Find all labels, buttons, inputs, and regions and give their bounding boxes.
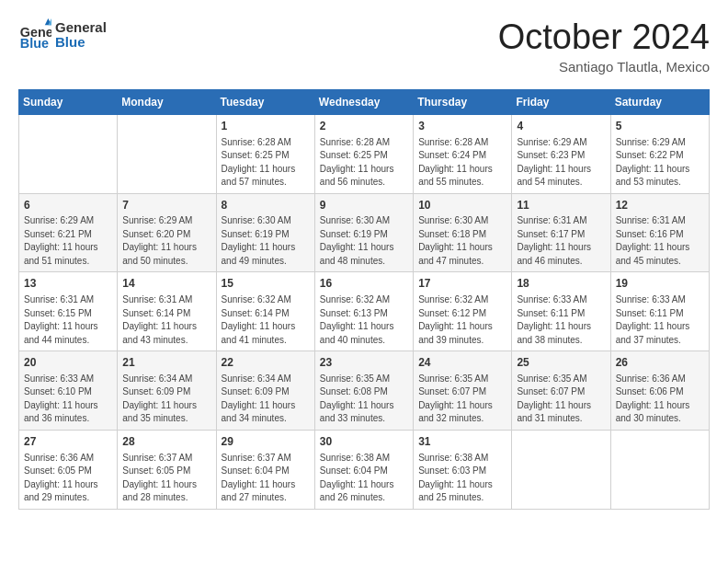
day-info: Sunrise: 6:31 AMSunset: 6:14 PMDaylight:… bbox=[122, 293, 210, 347]
day-number: 21 bbox=[122, 355, 210, 371]
calendar-cell: 17Sunrise: 6:32 AMSunset: 6:12 PMDayligh… bbox=[414, 272, 512, 351]
calendar-cell: 2Sunrise: 6:28 AMSunset: 6:25 PMDaylight… bbox=[314, 114, 413, 193]
calendar-week-row: 27Sunrise: 6:36 AMSunset: 6:05 PMDayligh… bbox=[19, 430, 710, 509]
day-number: 7 bbox=[122, 198, 210, 213]
day-number: 10 bbox=[418, 198, 506, 213]
calendar-cell: 9Sunrise: 6:30 AMSunset: 6:19 PMDaylight… bbox=[314, 193, 413, 272]
day-number: 17 bbox=[418, 276, 506, 292]
calendar-cell: 20Sunrise: 6:33 AMSunset: 6:10 PMDayligh… bbox=[19, 351, 118, 431]
day-info: Sunrise: 6:38 AMSunset: 6:03 PMDaylight:… bbox=[418, 452, 506, 505]
day-info: Sunrise: 6:37 AMSunset: 6:04 PMDaylight:… bbox=[222, 452, 310, 505]
day-info: Sunrise: 6:28 AMSunset: 6:24 PMDaylight:… bbox=[418, 136, 506, 190]
title-area: October 2024 Santiago Tlautla, Mexico bbox=[498, 18, 710, 75]
calendar-cell bbox=[118, 114, 216, 193]
day-info: Sunrise: 6:28 AMSunset: 6:25 PMDaylight:… bbox=[320, 136, 408, 190]
weekday-header-sunday: Sunday bbox=[19, 89, 118, 114]
day-number: 2 bbox=[320, 119, 408, 134]
day-number: 29 bbox=[222, 434, 310, 450]
weekday-header-friday: Friday bbox=[512, 89, 610, 114]
calendar-week-row: 20Sunrise: 6:33 AMSunset: 6:10 PMDayligh… bbox=[19, 351, 710, 431]
day-number: 12 bbox=[616, 198, 704, 213]
calendar-cell: 3Sunrise: 6:28 AMSunset: 6:24 PMDaylight… bbox=[414, 114, 512, 193]
calendar-header-row: SundayMondayTuesdayWednesdayThursdayFrid… bbox=[19, 89, 710, 114]
calendar-cell: 27Sunrise: 6:36 AMSunset: 6:05 PMDayligh… bbox=[19, 430, 118, 509]
calendar-cell: 11Sunrise: 6:31 AMSunset: 6:17 PMDayligh… bbox=[512, 193, 610, 272]
day-number: 16 bbox=[320, 276, 408, 292]
calendar-cell: 24Sunrise: 6:35 AMSunset: 6:07 PMDayligh… bbox=[414, 351, 512, 431]
day-number: 14 bbox=[122, 276, 210, 292]
calendar-cell: 12Sunrise: 6:31 AMSunset: 6:16 PMDayligh… bbox=[610, 193, 709, 272]
day-info: Sunrise: 6:36 AMSunset: 6:06 PMDaylight:… bbox=[616, 373, 704, 426]
calendar-cell: 23Sunrise: 6:35 AMSunset: 6:08 PMDayligh… bbox=[314, 351, 413, 431]
calendar-body: 1Sunrise: 6:28 AMSunset: 6:25 PMDaylight… bbox=[19, 114, 710, 509]
day-info: Sunrise: 6:30 AMSunset: 6:18 PMDaylight:… bbox=[418, 214, 506, 268]
logo: General Blue General Blue bbox=[18, 18, 107, 52]
day-number: 19 bbox=[616, 276, 704, 292]
calendar-cell bbox=[512, 430, 610, 509]
calendar-cell: 8Sunrise: 6:30 AMSunset: 6:19 PMDaylight… bbox=[216, 193, 314, 272]
day-info: Sunrise: 6:33 AMSunset: 6:11 PMDaylight:… bbox=[517, 293, 605, 347]
calendar-cell: 26Sunrise: 6:36 AMSunset: 6:06 PMDayligh… bbox=[610, 351, 709, 431]
calendar-cell: 22Sunrise: 6:34 AMSunset: 6:09 PMDayligh… bbox=[216, 351, 314, 431]
day-info: Sunrise: 6:36 AMSunset: 6:05 PMDaylight:… bbox=[24, 452, 112, 505]
day-info: Sunrise: 6:33 AMSunset: 6:10 PMDaylight:… bbox=[24, 373, 112, 426]
calendar-cell: 10Sunrise: 6:30 AMSunset: 6:18 PMDayligh… bbox=[414, 193, 512, 272]
calendar-cell: 16Sunrise: 6:32 AMSunset: 6:13 PMDayligh… bbox=[314, 272, 413, 351]
logo-blue: Blue bbox=[55, 35, 107, 51]
day-info: Sunrise: 6:28 AMSunset: 6:25 PMDaylight:… bbox=[222, 136, 310, 190]
day-number: 3 bbox=[418, 119, 506, 134]
calendar-cell: 5Sunrise: 6:29 AMSunset: 6:22 PMDaylight… bbox=[610, 114, 709, 193]
day-info: Sunrise: 6:33 AMSunset: 6:11 PMDaylight:… bbox=[616, 293, 704, 347]
calendar-cell: 14Sunrise: 6:31 AMSunset: 6:14 PMDayligh… bbox=[118, 272, 216, 351]
day-info: Sunrise: 6:29 AMSunset: 6:23 PMDaylight:… bbox=[517, 136, 605, 190]
day-info: Sunrise: 6:31 AMSunset: 6:16 PMDaylight:… bbox=[616, 214, 704, 268]
day-number: 24 bbox=[418, 355, 506, 371]
day-info: Sunrise: 6:35 AMSunset: 6:07 PMDaylight:… bbox=[517, 373, 605, 426]
day-info: Sunrise: 6:30 AMSunset: 6:19 PMDaylight:… bbox=[320, 214, 408, 268]
day-info: Sunrise: 6:29 AMSunset: 6:22 PMDaylight:… bbox=[616, 136, 704, 190]
weekday-header-thursday: Thursday bbox=[414, 89, 512, 114]
calendar-cell: 6Sunrise: 6:29 AMSunset: 6:21 PMDaylight… bbox=[19, 193, 118, 272]
day-info: Sunrise: 6:29 AMSunset: 6:21 PMDaylight:… bbox=[24, 214, 112, 268]
page-header: General Blue General Blue October 2024 S… bbox=[18, 18, 710, 75]
calendar-cell: 30Sunrise: 6:38 AMSunset: 6:04 PMDayligh… bbox=[314, 430, 413, 509]
day-info: Sunrise: 6:34 AMSunset: 6:09 PMDaylight:… bbox=[122, 373, 210, 426]
month-title: October 2024 bbox=[498, 18, 710, 57]
location-title: Santiago Tlautla, Mexico bbox=[498, 59, 710, 75]
calendar-cell: 13Sunrise: 6:31 AMSunset: 6:15 PMDayligh… bbox=[19, 272, 118, 351]
day-number: 18 bbox=[517, 276, 605, 292]
day-number: 30 bbox=[320, 434, 408, 450]
calendar-cell: 29Sunrise: 6:37 AMSunset: 6:04 PMDayligh… bbox=[216, 430, 314, 509]
day-number: 23 bbox=[320, 355, 408, 371]
weekday-header-saturday: Saturday bbox=[610, 89, 709, 114]
day-info: Sunrise: 6:32 AMSunset: 6:12 PMDaylight:… bbox=[418, 293, 506, 347]
calendar-cell: 18Sunrise: 6:33 AMSunset: 6:11 PMDayligh… bbox=[512, 272, 610, 351]
day-info: Sunrise: 6:38 AMSunset: 6:04 PMDaylight:… bbox=[320, 452, 408, 505]
calendar-table: SundayMondayTuesdayWednesdayThursdayFrid… bbox=[18, 89, 710, 510]
calendar-cell: 31Sunrise: 6:38 AMSunset: 6:03 PMDayligh… bbox=[414, 430, 512, 509]
day-info: Sunrise: 6:32 AMSunset: 6:13 PMDaylight:… bbox=[320, 293, 408, 347]
svg-text:Blue: Blue bbox=[20, 36, 49, 51]
day-number: 6 bbox=[24, 198, 112, 213]
calendar-cell: 7Sunrise: 6:29 AMSunset: 6:20 PMDaylight… bbox=[118, 193, 216, 272]
calendar-cell: 4Sunrise: 6:29 AMSunset: 6:23 PMDaylight… bbox=[512, 114, 610, 193]
day-info: Sunrise: 6:31 AMSunset: 6:17 PMDaylight:… bbox=[517, 214, 605, 268]
day-number: 15 bbox=[222, 276, 310, 292]
day-info: Sunrise: 6:37 AMSunset: 6:05 PMDaylight:… bbox=[122, 452, 210, 505]
day-info: Sunrise: 6:32 AMSunset: 6:14 PMDaylight:… bbox=[222, 293, 310, 347]
day-number: 9 bbox=[320, 198, 408, 213]
calendar-cell: 21Sunrise: 6:34 AMSunset: 6:09 PMDayligh… bbox=[118, 351, 216, 431]
weekday-header-wednesday: Wednesday bbox=[314, 89, 413, 114]
day-info: Sunrise: 6:31 AMSunset: 6:15 PMDaylight:… bbox=[24, 293, 112, 347]
day-number: 11 bbox=[517, 198, 605, 213]
day-number: 28 bbox=[122, 434, 210, 450]
day-info: Sunrise: 6:35 AMSunset: 6:08 PMDaylight:… bbox=[320, 373, 408, 426]
calendar-week-row: 13Sunrise: 6:31 AMSunset: 6:15 PMDayligh… bbox=[19, 272, 710, 351]
day-number: 26 bbox=[616, 355, 704, 371]
logo-general: General bbox=[55, 20, 107, 36]
day-info: Sunrise: 6:35 AMSunset: 6:07 PMDaylight:… bbox=[418, 373, 506, 426]
weekday-header-tuesday: Tuesday bbox=[216, 89, 314, 114]
day-number: 5 bbox=[616, 119, 704, 134]
day-info: Sunrise: 6:30 AMSunset: 6:19 PMDaylight:… bbox=[222, 214, 310, 268]
day-number: 4 bbox=[517, 119, 605, 134]
